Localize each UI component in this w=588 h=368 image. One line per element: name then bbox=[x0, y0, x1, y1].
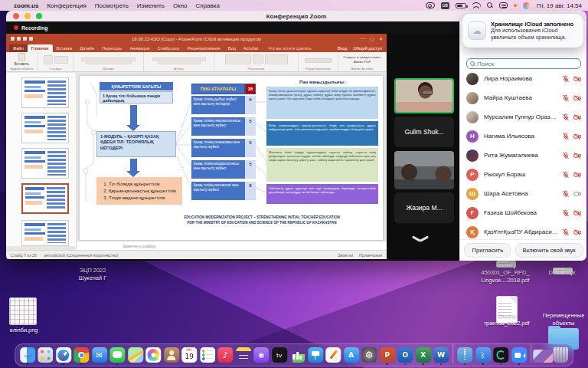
tab-slideshow[interactable]: Слайд-шоу bbox=[154, 44, 184, 52]
status-language[interactable]: английский (Соединенное Королевство) bbox=[44, 253, 119, 258]
dock-zoom-icon[interactable] bbox=[511, 347, 527, 365]
ribbon-group-slides[interactable]: Слайды bbox=[38, 52, 74, 71]
desktop-pdf-icon[interactable] bbox=[496, 261, 516, 268]
ribbon-group-font[interactable]: Шрифт bbox=[74, 52, 144, 71]
menu-app-name[interactable]: zoom.us bbox=[14, 2, 38, 9]
dock-apple-tv-icon[interactable]: tv bbox=[271, 347, 287, 365]
dock-word-icon[interactable]: W bbox=[433, 347, 449, 365]
dock-messages-icon[interactable] bbox=[109, 347, 126, 365]
dock-launchpad-icon[interactable] bbox=[38, 347, 54, 365]
tab-view[interactable]: Вид bbox=[224, 44, 240, 52]
participant-video[interactable] bbox=[394, 151, 454, 189]
participant-row[interactable]: Р Рыскул Бораш bbox=[460, 165, 586, 184]
tell-me-box[interactable]: Что вы хотите сделать bbox=[268, 46, 312, 52]
dock-numbers-icon[interactable] bbox=[289, 347, 305, 365]
participant-video-active[interactable] bbox=[394, 78, 454, 113]
dock-chrome-icon[interactable] bbox=[74, 347, 90, 365]
unmute-button[interactable]: Включить свой звук bbox=[515, 243, 583, 258]
dock-app-store-icon[interactable]: A bbox=[343, 347, 359, 365]
tab-home[interactable]: Главная bbox=[28, 44, 53, 52]
dock-outlook-icon[interactable]: O bbox=[397, 347, 413, 365]
dock-finder-icon[interactable] bbox=[19, 347, 35, 365]
keyboard-layout-icon[interactable]: US bbox=[441, 2, 449, 9]
menu-edit[interactable]: Изменить bbox=[137, 2, 165, 9]
dock-maps-icon[interactable] bbox=[127, 347, 143, 365]
menu-view[interactable]: Посмотреть bbox=[95, 2, 129, 9]
participants-search-field[interactable] bbox=[466, 58, 581, 69]
dock-trash-icon[interactable] bbox=[553, 347, 569, 365]
slide-thumbnail[interactable] bbox=[21, 113, 69, 143]
quick-access-toolbar[interactable] bbox=[11, 37, 33, 41]
dock-calendar-icon[interactable]: авг19 bbox=[181, 347, 198, 365]
invite-button[interactable]: Пригласить bbox=[464, 243, 511, 258]
ribbon-group-drawing[interactable]: Рисование bbox=[214, 52, 299, 71]
wifi-icon[interactable] bbox=[472, 2, 481, 8]
ribbon-group-acrobat[interactable]: Создать и предоставить Adobe PDF Adobe A… bbox=[338, 52, 387, 71]
collapse-videos-chevron-icon[interactable] bbox=[412, 235, 429, 244]
participant-row[interactable]: Рита Жумагалиева bbox=[460, 146, 586, 165]
status-notes-toggle[interactable]: Заметки bbox=[338, 253, 353, 258]
desktop-pdf2-label[interactable]: Список грантов_2022.pdf bbox=[481, 312, 533, 327]
siri-icon[interactable] bbox=[523, 2, 530, 9]
tab-review[interactable]: Рецензирование bbox=[184, 44, 224, 52]
status-comments-toggle[interactable]: Примечания bbox=[359, 253, 382, 258]
spotlight-icon[interactable] bbox=[487, 2, 493, 8]
participant-name-tile[interactable]: Жазира М... bbox=[394, 192, 454, 223]
icloud-notification[interactable]: ☁ Хранилище iCloud заполнено Для использ… bbox=[462, 14, 583, 48]
menu-help[interactable]: Справка bbox=[196, 2, 220, 9]
notes-pane[interactable]: Заметки к слайду bbox=[77, 241, 387, 250]
ribbon-group-clipboard[interactable]: Вставить Буфер обмена bbox=[6, 52, 38, 71]
dock-podcasts-icon[interactable]: ◉ bbox=[253, 347, 270, 365]
participant-row[interactable]: Ш Шара Асетовна bbox=[460, 184, 586, 203]
dock-safari-icon[interactable] bbox=[55, 347, 71, 365]
slide-thumbnail[interactable] bbox=[21, 148, 69, 179]
desktop-image-file-label[interactable]: әліпби.png bbox=[2, 327, 46, 334]
slide-thumbnail[interactable] bbox=[21, 220, 69, 246]
participant-row[interactable]: Ғ Ғазиза Шойбекова bbox=[460, 203, 586, 222]
slide-thumbnail-current[interactable] bbox=[21, 183, 69, 214]
share-button[interactable]: Общий доступ bbox=[353, 46, 382, 51]
participant-row[interactable]: Лира Нораимова bbox=[460, 69, 586, 88]
desktop-docx-label[interactable]: Doc1.docx bbox=[539, 269, 585, 277]
participant-row[interactable]: Майра Куштаева bbox=[460, 88, 586, 107]
desktop-pdf-label[interactable]: 450301_OF_RPD_ Lingvoe....2018.pdf bbox=[473, 269, 537, 284]
dock-photos-icon[interactable] bbox=[145, 347, 162, 365]
dock-bluetooth-app-icon[interactable]: ᛒ bbox=[475, 347, 491, 365]
desktop-folder-label[interactable]: ЭЦП 2022Шукенай Г bbox=[66, 267, 119, 281]
slide-thumbnail[interactable] bbox=[21, 77, 69, 108]
dock-notes-icon[interactable] bbox=[235, 347, 251, 365]
dock-reminders-icon[interactable] bbox=[199, 347, 215, 365]
dock-excel-icon[interactable]: X bbox=[415, 347, 431, 365]
tab-insert[interactable]: Вставка bbox=[53, 44, 77, 52]
tab-animations[interactable]: Анимация bbox=[126, 44, 153, 52]
tab-acrobat[interactable]: Acrobat bbox=[240, 44, 262, 52]
dock-system-preferences-icon[interactable]: ⚙ bbox=[361, 347, 377, 365]
window-controls[interactable]: —▢✕ bbox=[361, 36, 383, 41]
tab-file[interactable]: Файл bbox=[9, 44, 28, 52]
tab-design[interactable]: Дизайн bbox=[76, 44, 98, 52]
paste-icon[interactable] bbox=[18, 53, 25, 61]
ribbon-group-paragraph[interactable]: Абзац bbox=[144, 52, 214, 71]
battery-icon[interactable] bbox=[456, 3, 466, 8]
desktop-relocated-folder-label[interactable]: Перемещенные объекты bbox=[536, 312, 588, 327]
ribbon-group-editing[interactable]: Редактирование bbox=[299, 52, 338, 71]
dock-contacts-icon[interactable] bbox=[163, 347, 179, 365]
menu-conference[interactable]: Конференция bbox=[47, 2, 86, 9]
dock-keynote-icon[interactable] bbox=[307, 347, 323, 365]
dock-mail-icon[interactable]: ✉ bbox=[91, 347, 107, 365]
menu-bar-clock[interactable]: Пт, 19 авг. 14:54 bbox=[537, 2, 582, 9]
participant-name-tile[interactable]: Gulim Shuk... bbox=[394, 117, 454, 147]
participant-row[interactable]: Мурсалим Гулнур Оразбек... bbox=[460, 107, 586, 127]
dock-unarchiver-icon[interactable] bbox=[457, 347, 473, 365]
menu-window[interactable]: Окно bbox=[173, 2, 188, 9]
dock-music-icon[interactable]: ♪ bbox=[217, 347, 234, 365]
desktop-image-file-icon[interactable] bbox=[9, 297, 37, 325]
dock-camtasia-icon[interactable] bbox=[493, 347, 509, 365]
search-input[interactable] bbox=[477, 61, 577, 67]
dock-minimized-window[interactable] bbox=[534, 350, 550, 365]
control-center-icon[interactable] bbox=[499, 2, 508, 8]
sign-in-link[interactable]: Вход bbox=[338, 46, 348, 51]
dock-pages-icon[interactable] bbox=[325, 347, 341, 365]
participant-row[interactable]: Н Нагима Ильясова bbox=[460, 127, 586, 146]
screen-recording-icon[interactable] bbox=[426, 2, 435, 8]
